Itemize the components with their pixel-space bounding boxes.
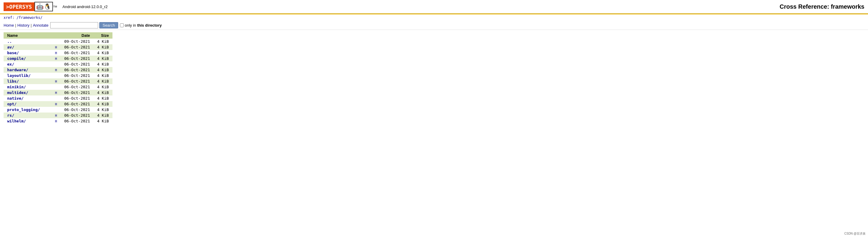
header-left: >OPERSYS 🤖 🐧 TM Android android-12.0.0_r… (4, 2, 108, 11)
file-link[interactable]: libs/ (7, 79, 19, 84)
table-header: Name Date Size (4, 32, 113, 39)
file-h-cell: H (52, 118, 61, 124)
file-size-cell: 4 KiB (94, 95, 113, 101)
file-name-cell: compile/ (4, 56, 52, 61)
col-header-date: Date (61, 32, 94, 39)
file-link[interactable]: multidex/ (7, 90, 28, 95)
table-row: minikin/06-Oct-20214 KiB (4, 84, 113, 90)
file-h-cell (52, 39, 61, 44)
file-h-cell: H (52, 113, 61, 118)
logo-icons: 🤖 🐧 (34, 2, 53, 11)
table-row: av/H06-Oct-20214 KiB (4, 44, 113, 50)
file-link[interactable]: .. (7, 39, 12, 44)
file-name-cell: wilhelm/ (4, 118, 52, 124)
linux-icon: 🐧 (44, 3, 51, 10)
file-name-cell: multidex/ (4, 90, 52, 95)
file-size-cell: 4 KiB (94, 118, 113, 124)
file-date-cell: 06-Oct-2021 (61, 61, 94, 67)
col-header-size: Size (94, 32, 113, 39)
page-header: >OPERSYS 🤖 🐧 TM Android android-12.0.0_r… (0, 0, 868, 13)
history-link[interactable]: H (55, 57, 57, 61)
file-size-cell: 4 KiB (94, 113, 113, 118)
history-link[interactable]: H (55, 91, 57, 95)
file-link[interactable]: ex/ (7, 62, 14, 66)
file-date-cell: 06-Oct-2021 (61, 118, 94, 124)
file-h-cell (52, 61, 61, 67)
only-dir-prefix: only in (125, 23, 137, 28)
file-link[interactable]: compile/ (7, 56, 26, 61)
file-date-cell: 06-Oct-2021 (61, 44, 94, 50)
file-size-cell: 4 KiB (94, 50, 113, 56)
col-header-h (52, 32, 61, 39)
search-input[interactable] (50, 22, 98, 28)
history-link[interactable]: H (55, 68, 57, 72)
file-date-cell: 06-Oct-2021 (61, 101, 94, 107)
only-dir-bold: this directory (137, 23, 161, 28)
file-name-cell: native/ (4, 95, 52, 101)
table-row: base/H06-Oct-20214 KiB (4, 50, 113, 56)
table-row: rs/H06-Oct-20214 KiB (4, 113, 113, 118)
file-size-cell: 4 KiB (94, 67, 113, 73)
file-date-cell: 06-Oct-2021 (61, 95, 94, 101)
table-row: compile/H06-Oct-20214 KiB (4, 56, 113, 61)
only-dir-label: only in this directory (125, 23, 162, 28)
file-link[interactable]: opt/ (7, 102, 17, 106)
history-link[interactable]: H (55, 119, 57, 123)
file-h-cell (52, 84, 61, 90)
logo-tm: TM (53, 5, 57, 8)
history-link[interactable]: H (55, 102, 57, 106)
file-name-cell: libs/ (4, 79, 52, 84)
file-link[interactable]: hardware/ (7, 68, 28, 72)
file-h-cell (52, 107, 61, 113)
history-link[interactable]: H (55, 114, 57, 118)
logo[interactable]: >OPERSYS (4, 2, 34, 11)
file-name-cell: opt/ (4, 101, 52, 107)
nav-annotate[interactable]: Annotate (33, 23, 49, 28)
file-link[interactable]: layoutlib/ (7, 73, 31, 78)
only-dir-checkbox[interactable] (120, 23, 124, 27)
file-date-cell: 06-Oct-2021 (61, 84, 94, 90)
nav-history[interactable]: History (17, 23, 29, 28)
search-button[interactable]: Search (99, 22, 118, 28)
file-h-cell: H (52, 67, 61, 73)
file-date-cell: 06-Oct-2021 (61, 113, 94, 118)
file-link[interactable]: native/ (7, 96, 24, 100)
file-size-cell: 4 KiB (94, 79, 113, 84)
table-row: opt/H06-Oct-20214 KiB (4, 101, 113, 107)
history-link[interactable]: H (55, 46, 57, 49)
file-h-cell: H (52, 56, 61, 61)
file-date-cell: 06-Oct-2021 (61, 56, 94, 61)
file-name-cell: base/ (4, 50, 52, 56)
file-h-cell: H (52, 90, 61, 95)
android-icon: 🤖 (36, 3, 44, 10)
file-date-cell: 06-Oct-2021 (61, 90, 94, 95)
project-name: Android android-12.0.0_r2 (63, 4, 108, 9)
file-size-cell: 4 KiB (94, 107, 113, 113)
file-size-cell: 4 KiB (94, 90, 113, 95)
file-date-cell: 06-Oct-2021 (61, 73, 94, 79)
file-h-cell: H (52, 79, 61, 84)
table-row: multidex/H06-Oct-20214 KiB (4, 90, 113, 95)
file-size-cell: 4 KiB (94, 84, 113, 90)
file-size-cell: 4 KiB (94, 44, 113, 50)
table-row: proto_logging/06-Oct-20214 KiB (4, 107, 113, 113)
nav-home[interactable]: Home (4, 23, 14, 28)
file-link[interactable]: proto_logging/ (7, 108, 40, 112)
table-row: ..09-Oct-20214 KiB (4, 39, 113, 44)
breadcrumb-link[interactable]: xref: /frameworks/ (4, 16, 42, 20)
file-date-cell: 06-Oct-2021 (61, 79, 94, 84)
file-link[interactable]: rs/ (7, 113, 14, 118)
file-date-cell: 06-Oct-2021 (61, 107, 94, 113)
file-h-cell: H (52, 50, 61, 56)
history-link[interactable]: H (55, 80, 57, 84)
file-size-cell: 4 KiB (94, 56, 113, 61)
file-link[interactable]: wilhelm/ (7, 119, 26, 123)
table-row: layoutlib/06-Oct-20214 KiB (4, 73, 113, 79)
history-link[interactable]: H (55, 51, 57, 55)
file-link[interactable]: base/ (7, 51, 19, 55)
navbar: Home | History | Annotate Search only in… (0, 21, 868, 30)
file-link[interactable]: minikin/ (7, 85, 26, 89)
file-name-cell: ex/ (4, 61, 52, 67)
file-table-body: ..09-Oct-20214 KiBav/H06-Oct-20214 KiBba… (4, 39, 113, 124)
file-link[interactable]: av/ (7, 45, 14, 49)
